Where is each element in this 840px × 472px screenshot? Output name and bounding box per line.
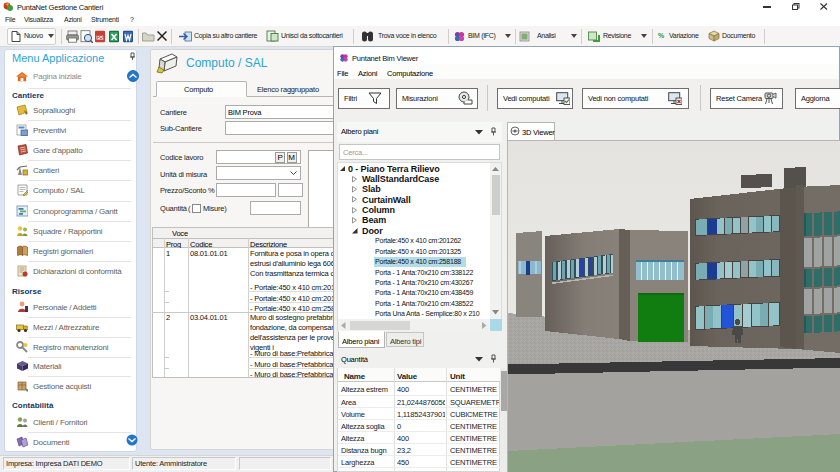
- svg-text:PDF: PDF: [97, 35, 106, 40]
